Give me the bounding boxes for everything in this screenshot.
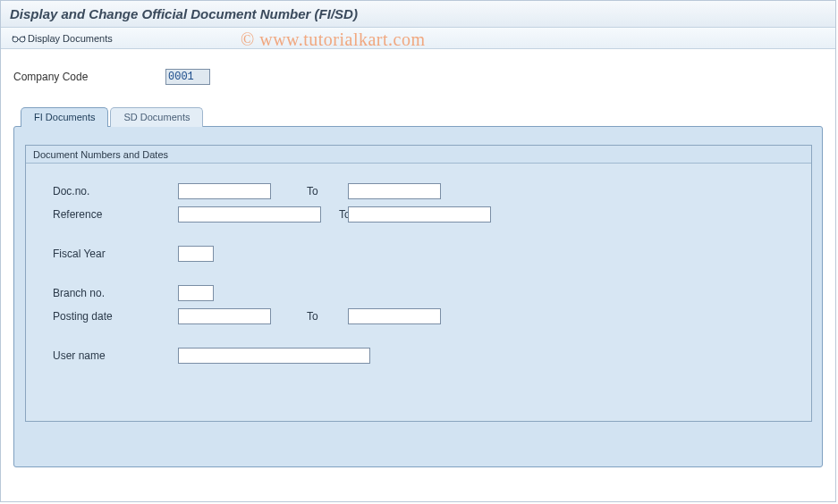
groupbox-title: Document Numbers and Dates — [33, 149, 168, 160]
posting-date-from-input[interactable] — [178, 308, 271, 324]
field-grid: Doc.no. To Reference To — [26, 164, 811, 367]
toolbar: Display Documents — [1, 28, 835, 49]
doc-no-to-label: To — [271, 185, 348, 197]
svg-point-1 — [20, 37, 25, 42]
posting-date-to-label: To — [271, 310, 348, 323]
row-doc-no: Doc.no. To — [53, 180, 811, 203]
posting-date-label: Posting date — [53, 310, 178, 323]
doc-no-to-input[interactable] — [348, 183, 441, 199]
company-code-field[interactable]: 0001 — [165, 69, 210, 85]
tab-fi-documents[interactable]: FI Documents — [21, 107, 108, 127]
posting-date-to-input[interactable] — [348, 308, 441, 324]
reference-to-label: To — [321, 208, 348, 221]
display-documents-label: Display Documents — [28, 31, 113, 46]
company-code-row: Company Code 0001 — [13, 69, 823, 85]
fiscal-year-label: Fiscal Year — [53, 248, 178, 260]
row-posting-date: Posting date To — [53, 305, 811, 328]
row-user-name: User name — [53, 344, 811, 367]
doc-no-from-input[interactable] — [178, 183, 271, 199]
content-area: Company Code 0001 FI Documents SD Docume… — [1, 49, 835, 476]
svg-point-0 — [13, 37, 18, 42]
branch-no-label: Branch no. — [53, 287, 178, 299]
user-name-label: User name — [53, 349, 178, 362]
reference-from-input[interactable] — [178, 206, 321, 223]
user-name-input[interactable] — [178, 348, 370, 364]
reference-label: Reference — [53, 208, 178, 221]
app-window: Display and Change Official Document Num… — [0, 0, 836, 502]
groupbox-title-bar: Document Numbers and Dates — [26, 146, 811, 164]
glasses-icon — [12, 33, 26, 44]
groupbox-doc-numbers-dates: Document Numbers and Dates Doc.no. To — [25, 145, 812, 422]
doc-no-label: Doc.no. — [53, 185, 178, 197]
row-reference: Reference To — [53, 203, 811, 226]
company-code-label: Company Code — [13, 71, 165, 83]
tab-panel-fi: Document Numbers and Dates Doc.no. To — [13, 126, 823, 467]
row-branch-no: Branch no. — [53, 281, 811, 305]
fiscal-year-input[interactable] — [178, 246, 214, 262]
titlebar: Display and Change Official Document Num… — [1, 1, 835, 28]
branch-no-input[interactable] — [178, 285, 214, 301]
tabstrip: FI Documents SD Documents Document Numbe… — [13, 106, 823, 467]
page-title: Display and Change Official Document Num… — [10, 6, 826, 21]
row-fiscal-year: Fiscal Year — [53, 242, 811, 265]
tab-sd-documents[interactable]: SD Documents — [110, 107, 203, 127]
tab-headers: FI Documents SD Documents — [21, 106, 823, 126]
display-documents-button[interactable]: Display Documents — [8, 30, 116, 46]
reference-to-input[interactable] — [348, 206, 491, 223]
